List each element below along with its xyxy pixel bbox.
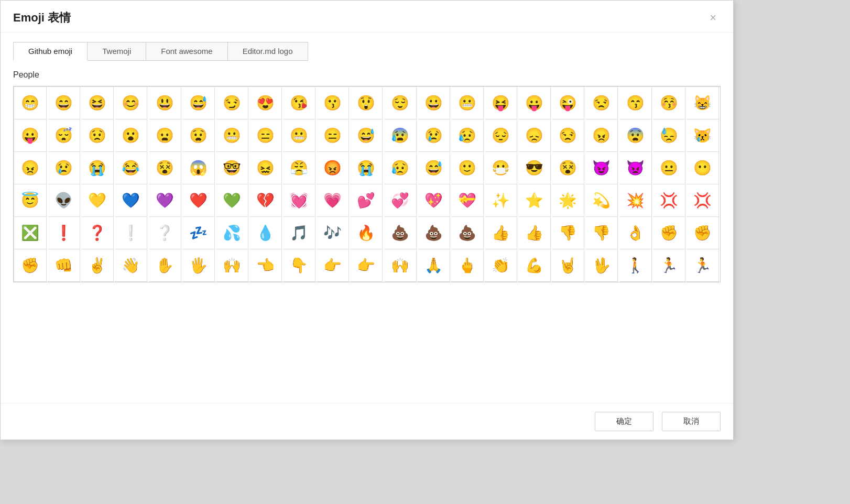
emoji-cell[interactable]: 😖 <box>249 152 282 184</box>
emoji-cell[interactable]: 😤 <box>283 152 315 184</box>
emoji-cell[interactable]: 😦 <box>149 119 181 152</box>
emoji-cell[interactable]: ❎ <box>14 217 47 249</box>
emoji-cell[interactable]: 😒 <box>552 119 584 152</box>
emoji-cell[interactable]: 😰 <box>384 119 417 152</box>
emoji-cell[interactable]: 😝 <box>485 87 517 119</box>
emoji-cell[interactable]: 😮 <box>115 119 147 152</box>
emoji-cell[interactable]: 😐 <box>653 152 685 184</box>
emoji-cell[interactable]: ❤️ <box>182 184 215 217</box>
emoji-cell[interactable]: 🏃 <box>686 249 719 282</box>
cancel-button[interactable]: 取消 <box>662 412 721 431</box>
emoji-cell[interactable]: 😄 <box>48 87 80 119</box>
emoji-cell[interactable]: 👈 <box>249 249 282 282</box>
emoji-cell[interactable]: 😂 <box>115 152 147 184</box>
emoji-cell[interactable]: 👉 <box>317 249 349 282</box>
emoji-cell[interactable]: 💖 <box>418 184 450 217</box>
emoji-cell[interactable]: 😿 <box>686 119 719 152</box>
emoji-cell[interactable]: 😅 <box>418 152 450 184</box>
emoji-cell[interactable]: 😏 <box>216 87 248 119</box>
emoji-cell[interactable]: 💥 <box>619 184 652 217</box>
emoji-cell[interactable]: 💓 <box>283 184 315 217</box>
emoji-cell[interactable]: 🖕 <box>451 249 484 282</box>
emoji-cell[interactable]: 😨 <box>619 119 652 152</box>
emoji-cell[interactable]: 👎 <box>585 217 618 249</box>
emoji-cell[interactable]: 😥 <box>451 119 484 152</box>
emoji-cell[interactable]: 💩 <box>384 217 417 249</box>
emoji-cell[interactable]: 😬 <box>283 119 315 152</box>
emoji-cell[interactable]: 😊 <box>115 87 147 119</box>
emoji-cell[interactable]: ✋ <box>149 249 181 282</box>
emoji-cell[interactable]: 👊 <box>48 249 80 282</box>
emoji-cell[interactable]: 😚 <box>653 87 685 119</box>
emoji-cell[interactable]: 🏃 <box>653 249 685 282</box>
emoji-cell[interactable]: 😥 <box>384 152 417 184</box>
emoji-cell[interactable]: 💙 <box>115 184 147 217</box>
emoji-cell[interactable]: 💪 <box>518 249 551 282</box>
emoji-cell[interactable]: 😆 <box>81 87 114 119</box>
emoji-cell[interactable]: 😛 <box>518 87 551 119</box>
emoji-cell[interactable]: 👌 <box>619 217 652 249</box>
emoji-cell[interactable]: 🤘 <box>552 249 584 282</box>
tab-twemoji[interactable]: Twemoji <box>87 42 146 61</box>
emoji-cell[interactable]: 👽 <box>48 184 80 217</box>
emoji-cell[interactable]: 👏 <box>485 249 517 282</box>
emoji-cell[interactable]: 💗 <box>317 184 349 217</box>
emoji-cell[interactable]: 💞 <box>384 184 417 217</box>
emoji-cell[interactable]: 😃 <box>149 87 181 119</box>
emoji-cell[interactable]: 😷 <box>485 152 517 184</box>
emoji-cell[interactable]: 🎶 <box>317 217 349 249</box>
emoji-cell[interactable]: 😛 <box>14 119 47 152</box>
emoji-cell[interactable]: 👇 <box>283 249 315 282</box>
emoji-cell[interactable]: 😅 <box>182 87 215 119</box>
emoji-cell[interactable]: 💝 <box>451 184 484 217</box>
emoji-cell[interactable]: 😡 <box>317 152 349 184</box>
emoji-cell[interactable]: 💤 <box>182 217 215 249</box>
emoji-cell[interactable]: 😜 <box>552 87 584 119</box>
emoji-cell[interactable]: 😔 <box>485 119 517 152</box>
emoji-cell[interactable]: 😬 <box>451 87 484 119</box>
emoji-cell[interactable]: ❔ <box>149 217 181 249</box>
emoji-cell[interactable]: 🔥 <box>350 217 383 249</box>
emoji-cell[interactable]: 😈 <box>585 152 618 184</box>
emoji-cell[interactable]: 🙌 <box>384 249 417 282</box>
emoji-cell[interactable]: 💔 <box>249 184 282 217</box>
emoji-cell[interactable]: ✊ <box>14 249 47 282</box>
emoji-cell[interactable]: ❗ <box>48 217 80 249</box>
emoji-cell[interactable]: 😞 <box>518 119 551 152</box>
emoji-cell[interactable]: 🎵 <box>283 217 315 249</box>
emoji-cell[interactable]: ⭐ <box>518 184 551 217</box>
emoji-cell[interactable]: 😴 <box>48 119 80 152</box>
emoji-cell[interactable]: 👎 <box>552 217 584 249</box>
emoji-cell[interactable]: 😬 <box>216 119 248 152</box>
emoji-cell[interactable]: 💛 <box>81 184 114 217</box>
emoji-cell[interactable]: 😁 <box>14 87 47 119</box>
emoji-cell[interactable]: ✨ <box>485 184 517 217</box>
emoji-cell[interactable]: 😠 <box>585 119 618 152</box>
emoji-cell[interactable]: 😠 <box>14 152 47 184</box>
emoji-cell[interactable]: 😙 <box>619 87 652 119</box>
emoji-cell[interactable]: 😅 <box>350 119 383 152</box>
emoji-cell[interactable]: 💩 <box>418 217 450 249</box>
emoji-cell[interactable]: 💢 <box>653 184 685 217</box>
emoji-cell[interactable]: 😑 <box>249 119 282 152</box>
tab-font-awesome[interactable]: Font awesome <box>146 42 227 61</box>
emoji-cell[interactable]: 😎 <box>518 152 551 184</box>
emoji-cell[interactable]: ✌️ <box>81 249 114 282</box>
emoji-cell[interactable]: 🙌 <box>216 249 248 282</box>
emoji-cell[interactable]: 😶 <box>686 152 719 184</box>
emoji-cell[interactable]: 😭 <box>350 152 383 184</box>
emoji-cell[interactable]: 🖖 <box>585 249 618 282</box>
emoji-cell[interactable]: 👍 <box>485 217 517 249</box>
emoji-cell[interactable]: 😵 <box>552 152 584 184</box>
emoji-cell[interactable]: 👉 <box>350 249 383 282</box>
emoji-cell[interactable]: 💚 <box>216 184 248 217</box>
emoji-cell[interactable]: 💕 <box>350 184 383 217</box>
confirm-button[interactable]: 确定 <box>595 412 653 431</box>
emoji-cell[interactable]: 🙂 <box>451 152 484 184</box>
emoji-cell[interactable]: 😲 <box>350 87 383 119</box>
tab-editor-md-logo[interactable]: Editor.md logo <box>227 42 308 61</box>
emoji-cell[interactable]: 💧 <box>249 217 282 249</box>
emoji-cell[interactable]: 😢 <box>48 152 80 184</box>
emoji-cell[interactable]: 😑 <box>317 119 349 152</box>
emoji-cell[interactable]: 😇 <box>14 184 47 217</box>
